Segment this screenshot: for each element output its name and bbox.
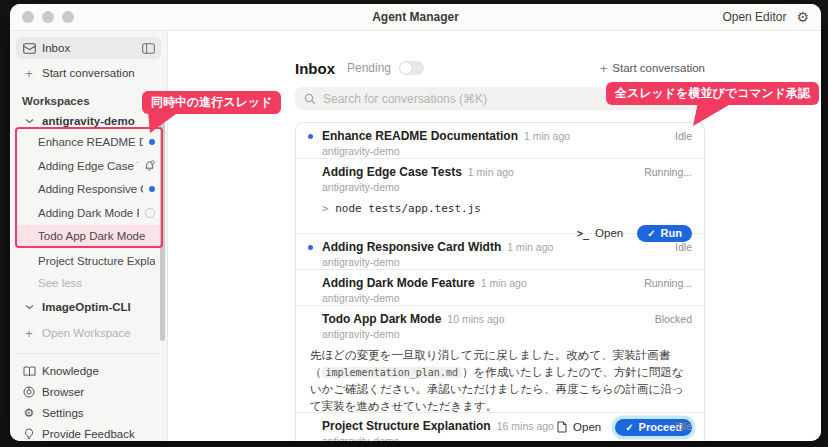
item-time: 16 mins ago xyxy=(497,419,554,433)
prompt-icon: > xyxy=(322,202,329,215)
list-item-responsive-card[interactable]: Adding Responsive Card Width 1 min ago I… xyxy=(296,234,704,270)
item-time: 1 min ago xyxy=(507,240,553,254)
zoom-window-button[interactable] xyxy=(62,11,74,23)
thread-label: Todo App Dark Mode xyxy=(38,230,155,242)
workspace-name: ImageOptim-CLI xyxy=(42,301,155,313)
item-workspace: antigravity-demo xyxy=(322,435,692,441)
annotation-sidebar-callout: 同時中の進行スレッド xyxy=(142,91,281,114)
toggle-knob xyxy=(400,62,412,74)
thread-label: Adding Responsive Car... xyxy=(38,183,143,195)
item-time: 1 min ago xyxy=(481,276,527,290)
provide-feedback-label: Provide Feedback xyxy=(42,428,155,440)
item-workspace: antigravity-demo xyxy=(322,328,692,341)
status-badge: Idle xyxy=(675,419,692,433)
sidebar-scrollbar[interactable] xyxy=(160,101,165,341)
sidebar-open-workspace[interactable]: + Open Workspace xyxy=(16,323,161,343)
thread-label: Adding Edge Case Tests xyxy=(38,160,138,172)
thread-label: Enhance README Docu... xyxy=(38,136,143,148)
pending-command: > node tests/app.test.js xyxy=(322,201,692,216)
list-item-project-structure[interactable]: Project Structure Explanation 16 mins ag… xyxy=(296,413,704,441)
titlebar: Agent Manager Open Editor ⚙ xyxy=(10,4,821,31)
open-editor-button[interactable]: Open Editor xyxy=(722,10,786,24)
item-workspace: antigravity-demo xyxy=(322,256,692,269)
annotation-sidebar-callout-tail xyxy=(144,111,184,135)
thread-label: Adding Dark Mode Feat... xyxy=(38,207,139,219)
plus-icon: + xyxy=(22,326,36,341)
browser-globe-icon xyxy=(22,386,36,398)
workspace-imageoptim-cli[interactable]: ImageOptim-CLI xyxy=(16,297,161,317)
conversation-list: Enhance README Documentation 1 min ago I… xyxy=(295,122,705,441)
status-badge: Running... xyxy=(644,165,692,179)
sidebar-thread-dark-mode-feature[interactable]: Adding Dark Mode Feat... xyxy=(16,202,161,224)
item-workspace: antigravity-demo xyxy=(322,181,692,194)
sidebar-thread-todo-dark-mode[interactable]: Todo App Dark Mode xyxy=(16,225,161,246)
sidebar-thread-project-structure[interactable]: Project Structure Expla... xyxy=(16,250,161,271)
thread-label: Project Structure Expla... xyxy=(38,255,155,267)
start-conversation-label: Start conversation xyxy=(612,62,705,74)
item-title: Adding Responsive Card Width xyxy=(322,240,501,254)
item-workspace: antigravity-demo xyxy=(322,292,692,305)
sidebar-divider xyxy=(18,353,159,354)
browser-label: Browser xyxy=(42,386,155,398)
status-badge: Idle xyxy=(675,129,692,143)
pending-filter-label: Pending xyxy=(347,61,391,75)
close-window-button[interactable] xyxy=(22,11,34,23)
item-title: Adding Edge Case Tests xyxy=(322,165,462,179)
sidebar-thread-enhance-readme[interactable]: Enhance README Docu... xyxy=(16,131,161,153)
workspace-name: antigravity-demo xyxy=(42,115,155,127)
inline-code-filename: implementation_plan.md xyxy=(322,367,462,378)
settings-gear-icon[interactable]: ⚙ xyxy=(796,10,809,24)
app-window: Agent Manager Open Editor ⚙ Inbox + Star… xyxy=(10,4,821,441)
item-time: 1 min ago xyxy=(524,129,570,143)
pending-toggle[interactable] xyxy=(399,61,424,75)
gear-icon: ⚙ xyxy=(22,407,36,419)
inbox-label: Inbox xyxy=(42,42,135,54)
list-item-enhance-readme[interactable]: Enhance README Documentation 1 min ago I… xyxy=(296,123,704,159)
command-text: node tests/app.test.js xyxy=(335,202,481,215)
item-title: Todo App Dark Mode xyxy=(322,312,441,326)
sidebar-start-conversation[interactable]: + Start conversation xyxy=(16,62,161,84)
settings-label: Settings xyxy=(42,407,155,419)
list-item-dark-mode-feature[interactable]: Adding Dark Mode Feature 1 min ago Runni… xyxy=(296,270,704,306)
workspaces-section-header: Workspaces xyxy=(16,93,161,109)
item-title: Project Structure Explanation xyxy=(322,419,491,433)
item-time: 1 min ago xyxy=(468,165,514,179)
sidebar-item-inbox[interactable]: Inbox xyxy=(16,37,161,59)
status-badge: Idle xyxy=(675,240,692,254)
inbox-heading: Inbox xyxy=(295,60,335,77)
unread-dot-icon xyxy=(308,134,313,139)
sidebar-thread-responsive-card[interactable]: Adding Responsive Car... xyxy=(16,178,161,200)
search-placeholder: Search for conversations (⌘K) xyxy=(323,92,487,106)
start-conversation-button[interactable]: + Start conversation xyxy=(600,61,705,76)
sidebar-item-browser[interactable]: Browser xyxy=(16,382,161,402)
sidebar-see-less[interactable]: See less xyxy=(16,272,161,293)
item-title: Enhance README Documentation xyxy=(322,129,518,143)
sidebar-item-knowledge[interactable]: Knowledge xyxy=(16,361,161,381)
unread-dot-icon xyxy=(149,139,155,145)
minimize-window-button[interactable] xyxy=(42,11,54,23)
sidebar-item-settings[interactable]: ⚙ Settings xyxy=(16,403,161,423)
annotation-main-callout-tail xyxy=(688,102,738,128)
sidebar-thread-edge-case-tests[interactable]: Adding Edge Case Tests xyxy=(16,155,161,177)
chevron-down-icon xyxy=(22,118,36,124)
lightbulb-icon xyxy=(22,428,36,441)
workspaces-label: Workspaces xyxy=(22,95,90,107)
item-workspace: antigravity-demo xyxy=(322,145,692,158)
notification-bell-icon xyxy=(144,160,155,172)
list-item-todo-dark-mode[interactable]: Todo App Dark Mode 10 mins ago Blocked a… xyxy=(296,306,704,413)
progress-ring-icon xyxy=(145,208,155,218)
plus-icon: + xyxy=(22,66,36,81)
chevron-down-icon xyxy=(22,304,36,310)
unread-dot-icon xyxy=(149,186,155,192)
workspace-antigravity-demo[interactable]: antigravity-demo xyxy=(16,112,161,130)
collapse-sidebar-icon[interactable] xyxy=(141,43,155,54)
annotation-main-callout: 全スレッドを横並びでコマンド承認 xyxy=(606,82,819,105)
status-badge: Blocked xyxy=(655,312,692,326)
list-item-edge-case-tests[interactable]: Adding Edge Case Tests 1 min ago Running… xyxy=(296,159,704,234)
plus-icon: + xyxy=(600,61,608,76)
sidebar-item-provide-feedback[interactable]: Provide Feedback xyxy=(16,424,161,441)
search-icon xyxy=(304,93,316,105)
status-badge: Running... xyxy=(644,276,692,290)
open-workspace-label: Open Workspace xyxy=(42,327,155,339)
start-conversation-label: Start conversation xyxy=(42,67,155,79)
